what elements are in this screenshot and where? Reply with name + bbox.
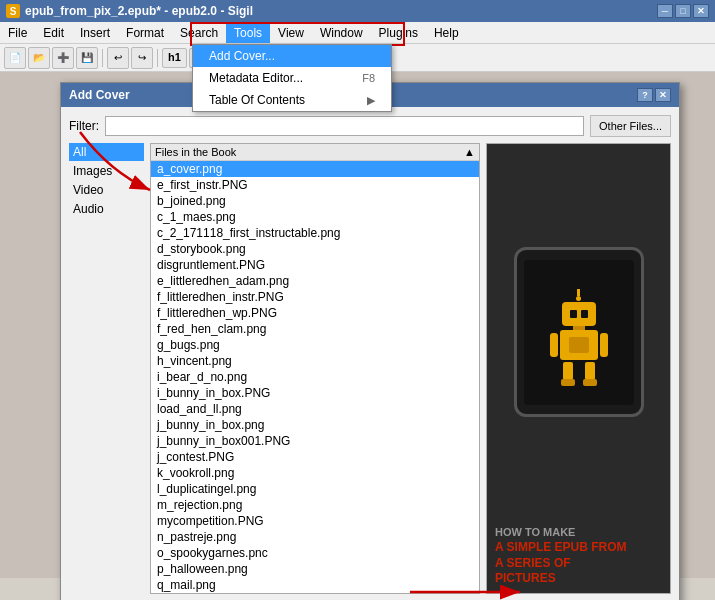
sort-icon: ▲ — [464, 146, 475, 158]
metadata-shortcut: F8 — [362, 72, 375, 84]
list-item[interactable]: d_storybook.png — [151, 241, 479, 257]
list-item[interactable]: m_rejection.png — [151, 497, 479, 513]
list-item[interactable]: disgruntlement.PNG — [151, 257, 479, 273]
list-item[interactable]: e_littleredhen_adam.png — [151, 273, 479, 289]
list-item[interactable]: g_bugs.png — [151, 337, 479, 353]
list-item[interactable]: i_bear_d_no.png — [151, 369, 479, 385]
menu-edit[interactable]: Edit — [35, 22, 72, 43]
list-item[interactable]: l_duplicatingel.png — [151, 481, 479, 497]
main-area: Add Cover ? ✕ Filter: Other Files... All… — [0, 72, 715, 578]
tablet-frame — [514, 247, 644, 417]
add-cover-dialog: Add Cover ? ✕ Filter: Other Files... All… — [60, 82, 680, 600]
list-item[interactable]: j_contest.PNG — [151, 449, 479, 465]
app-icon: S — [6, 4, 20, 18]
list-item[interactable]: j_bunny_in_box001.PNG — [151, 433, 479, 449]
maximize-button[interactable]: □ — [675, 4, 691, 18]
filter-label: Filter: — [69, 119, 99, 133]
filter-row: Filter: Other Files... — [69, 115, 671, 137]
file-list-header-label: Files in the Book — [155, 146, 236, 158]
redo-button[interactable]: ↪ — [131, 47, 153, 69]
list-item[interactable]: f_red_hen_clam.png — [151, 321, 479, 337]
tablet-screen — [524, 260, 634, 405]
preview-panel: HOW TO MAKE A SIMPLE EPUB FROM A SERIES … — [486, 143, 671, 594]
menu-search[interactable]: Search — [172, 22, 226, 43]
dialog-help-button[interactable]: ? — [637, 88, 653, 102]
preview-text-area: HOW TO MAKE A SIMPLE EPUB FROM A SERIES … — [487, 520, 670, 593]
new-file-button[interactable]: 📄 — [4, 47, 26, 69]
preview-subtitle: HOW TO MAKE — [495, 526, 662, 538]
list-item[interactable]: h_vincent.png — [151, 353, 479, 369]
list-item[interactable]: p_halloween.png — [151, 561, 479, 577]
save-button[interactable]: 💾 — [76, 47, 98, 69]
preview-image-area — [487, 144, 670, 520]
menu-add-cover[interactable]: OK Add Cover... — [193, 45, 391, 67]
file-list-header: Files in the Book ▲ — [151, 144, 479, 161]
undo-button[interactable]: ↩ — [107, 47, 129, 69]
list-item[interactable]: load_and_ll.png — [151, 401, 479, 417]
list-item[interactable]: n_pastreje.png — [151, 529, 479, 545]
file-list-container: Files in the Book ▲ a_cover.png e_first_… — [150, 143, 480, 594]
left-panel: All Images Video Audio — [69, 143, 144, 594]
list-item[interactable]: f_littleredhen_wp.PNG — [151, 305, 479, 321]
list-item[interactable]: k_vookroll.png — [151, 465, 479, 481]
left-panel-audio[interactable]: Audio — [69, 200, 144, 218]
preview-title-line1: A SIMPLE EPUB FROM — [495, 540, 627, 554]
filter-input[interactable] — [105, 116, 584, 136]
file-list-scroll[interactable]: a_cover.png e_first_instr.PNG b_joined.p… — [151, 161, 479, 593]
add-button[interactable]: ➕ — [52, 47, 74, 69]
menu-plugins[interactable]: Plugins — [371, 22, 426, 43]
dialog-close-button[interactable]: ✕ — [655, 88, 671, 102]
toolbar-sep-2 — [157, 49, 158, 67]
other-files-button[interactable]: Other Files... — [590, 115, 671, 137]
menu-file[interactable]: File — [0, 22, 35, 43]
menu-window[interactable]: Window — [312, 22, 371, 43]
list-item[interactable]: q_mail.png — [151, 577, 479, 593]
menu-tools[interactable]: Tools — [226, 22, 270, 43]
menu-toc[interactable]: Table Of Contents ▶ — [193, 89, 391, 111]
left-panel-images[interactable]: Images — [69, 162, 144, 180]
window-controls: ─ □ ✕ — [657, 4, 709, 18]
dialog-title: Add Cover — [69, 88, 130, 102]
dialog-middle: All Images Video Audio Files in the Book… — [69, 143, 671, 594]
list-item[interactable]: o_spookygarnes.pnc — [151, 545, 479, 561]
dialog-controls: ? ✕ — [637, 88, 671, 102]
open-button[interactable]: 📂 — [28, 47, 50, 69]
menu-help[interactable]: Help — [426, 22, 467, 43]
title-bar: S epub_from_pix_2.epub* - epub2.0 - Sigi… — [0, 0, 715, 22]
app-title: epub_from_pix_2.epub* - epub2.0 - Sigil — [25, 4, 253, 18]
file-item-cover[interactable]: a_cover.png — [151, 161, 479, 177]
menu-format[interactable]: Format — [118, 22, 172, 43]
menu-view[interactable]: View — [270, 22, 312, 43]
list-item[interactable]: i_bunny_in_box.PNG — [151, 385, 479, 401]
menu-metadata-editor[interactable]: Metadata Editor... F8 — [193, 67, 391, 89]
minimize-button[interactable]: ─ — [657, 4, 673, 18]
list-item[interactable]: e_first_instr.PNG — [151, 177, 479, 193]
preview-title-line3: PICTURES — [495, 571, 556, 585]
left-panel-video[interactable]: Video — [69, 181, 144, 199]
toc-arrow: ▶ — [367, 94, 375, 107]
list-item[interactable]: mycompetition.PNG — [151, 513, 479, 529]
list-item[interactable]: b_joined.png — [151, 193, 479, 209]
left-panel-all[interactable]: All — [69, 143, 144, 161]
menu-bar: File Edit Insert Format Search Tools Vie… — [0, 22, 715, 44]
tools-dropdown: OK Add Cover... Metadata Editor... F8 Ta… — [192, 44, 392, 112]
list-item[interactable]: c_1_maes.png — [151, 209, 479, 225]
list-item[interactable]: j_bunny_in_box.png — [151, 417, 479, 433]
menu-insert[interactable]: Insert — [72, 22, 118, 43]
h1-button[interactable]: h1 — [162, 48, 187, 68]
list-item[interactable]: c_2_171118_first_instructable.png — [151, 225, 479, 241]
preview-title-line2: A SERIES OF — [495, 556, 571, 570]
list-item[interactable]: f_littleredhen_instr.PNG — [151, 289, 479, 305]
close-button[interactable]: ✕ — [693, 4, 709, 18]
dialog-content: Filter: Other Files... All Images Video … — [61, 107, 679, 600]
toolbar-sep-1 — [102, 49, 103, 67]
preview-title: A SIMPLE EPUB FROM A SERIES OF PICTURES — [495, 540, 662, 587]
